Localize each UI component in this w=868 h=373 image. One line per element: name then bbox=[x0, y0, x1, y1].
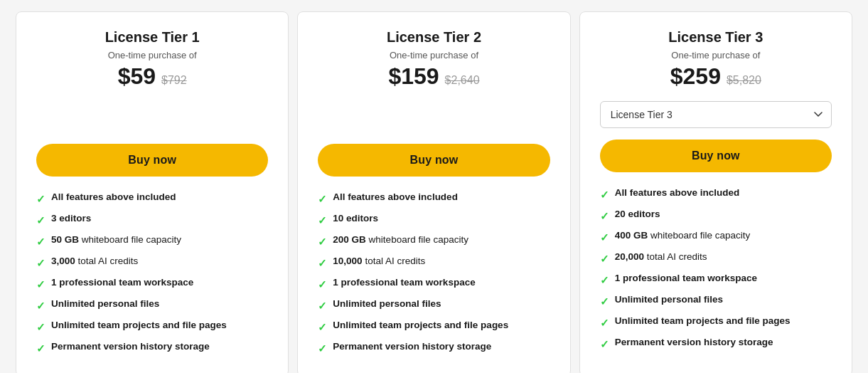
feature-text: 10 editors bbox=[333, 212, 378, 226]
check-icon: ✓ bbox=[36, 213, 45, 228]
feature-text: 10,000 total AI credits bbox=[333, 255, 425, 268]
feature-item: ✓Unlimited team projects and file pages bbox=[318, 319, 550, 335]
feature-item: ✓1 professional team workspace bbox=[36, 276, 268, 292]
check-icon: ✓ bbox=[600, 273, 609, 288]
price-current: $259 bbox=[670, 63, 721, 90]
one-time-label: One-time purchase of bbox=[318, 50, 550, 61]
check-icon: ✓ bbox=[36, 256, 45, 270]
tier-dropdown[interactable]: License Tier 3 bbox=[600, 101, 832, 128]
feature-item: ✓20,000 total AI credits bbox=[600, 251, 832, 266]
feature-text: 20 editors bbox=[615, 208, 660, 221]
tier-title: License Tier 1 bbox=[36, 29, 268, 46]
check-icon: ✓ bbox=[36, 341, 45, 356]
check-icon: ✓ bbox=[600, 294, 609, 309]
one-time-label: One-time purchase of bbox=[36, 50, 268, 61]
feature-item: ✓50 GB whiteboard file capacity bbox=[36, 233, 268, 249]
buy-now-button[interactable]: Buy now bbox=[36, 144, 268, 177]
feature-text: 200 GB whiteboard file capacity bbox=[333, 233, 468, 247]
feature-item: ✓200 GB whiteboard file capacity bbox=[318, 233, 550, 249]
price-current: $59 bbox=[118, 63, 156, 90]
feature-text: 3,000 total AI credits bbox=[51, 255, 138, 268]
feature-item: ✓400 GB whiteboard file capacity bbox=[600, 229, 832, 245]
feature-text: Unlimited team projects and file pages bbox=[51, 319, 227, 332]
features-list: ✓All features above included✓20 editors✓… bbox=[600, 186, 832, 352]
feature-text: Unlimited personal files bbox=[333, 298, 441, 311]
check-icon: ✓ bbox=[36, 277, 45, 292]
buy-now-button[interactable]: Buy now bbox=[318, 144, 550, 177]
tier-title: License Tier 2 bbox=[318, 29, 550, 46]
feature-item: ✓All features above included bbox=[318, 191, 550, 206]
buy-now-button[interactable]: Buy now bbox=[600, 140, 832, 172]
feature-text: Unlimited team projects and file pages bbox=[615, 315, 791, 328]
check-icon: ✓ bbox=[318, 234, 327, 249]
feature-item: ✓10 editors bbox=[318, 212, 550, 228]
feature-text: 1 professional team workspace bbox=[615, 272, 757, 285]
check-icon: ✓ bbox=[600, 251, 609, 266]
features-list: ✓All features above included✓10 editors✓… bbox=[318, 191, 550, 356]
check-icon: ✓ bbox=[600, 187, 609, 202]
feature-text: All features above included bbox=[51, 191, 176, 204]
price-row: $59$792 bbox=[36, 63, 268, 90]
feature-item: ✓10,000 total AI credits bbox=[318, 255, 550, 270]
check-icon: ✓ bbox=[318, 320, 327, 335]
check-icon: ✓ bbox=[600, 230, 609, 245]
feature-item: ✓Unlimited personal files bbox=[36, 298, 268, 313]
feature-item: ✓3,000 total AI credits bbox=[36, 255, 268, 270]
feature-item: ✓Permanent version history storage bbox=[600, 336, 832, 352]
feature-item: ✓3 editors bbox=[36, 212, 268, 228]
feature-text: 20,000 total AI credits bbox=[615, 251, 707, 264]
tier-title: License Tier 3 bbox=[600, 29, 832, 46]
check-icon: ✓ bbox=[36, 298, 45, 313]
feature-text: All features above included bbox=[333, 191, 458, 204]
price-original: $792 bbox=[161, 74, 187, 87]
feature-text: Unlimited personal files bbox=[51, 298, 159, 311]
feature-item: ✓All features above included bbox=[600, 186, 832, 202]
check-icon: ✓ bbox=[600, 315, 609, 330]
feature-text: 400 GB whiteboard file capacity bbox=[615, 229, 751, 243]
check-icon: ✓ bbox=[318, 341, 327, 356]
check-icon: ✓ bbox=[318, 298, 327, 313]
check-icon: ✓ bbox=[318, 277, 327, 292]
tier-card-2: License Tier 2One-time purchase of$159$2… bbox=[297, 11, 570, 373]
feature-item: ✓Permanent version history storage bbox=[318, 340, 550, 356]
feature-text: All features above included bbox=[615, 186, 740, 200]
feature-item: ✓20 editors bbox=[600, 208, 832, 224]
price-original: $2,640 bbox=[445, 74, 480, 87]
feature-item: ✓Unlimited personal files bbox=[600, 293, 832, 309]
pricing-grid: License Tier 1One-time purchase of$59$79… bbox=[11, 11, 857, 373]
feature-item: ✓Unlimited personal files bbox=[318, 298, 550, 313]
feature-item: ✓Unlimited team projects and file pages bbox=[600, 315, 832, 330]
check-icon: ✓ bbox=[600, 337, 609, 352]
price-row: $259$5,820 bbox=[600, 63, 832, 90]
price-current: $159 bbox=[388, 63, 439, 90]
feature-text: Permanent version history storage bbox=[333, 340, 491, 354]
check-icon: ✓ bbox=[36, 320, 45, 335]
feature-text: 3 editors bbox=[51, 212, 91, 226]
check-icon: ✓ bbox=[318, 213, 327, 228]
feature-item: ✓Permanent version history storage bbox=[36, 340, 268, 356]
feature-item: ✓1 professional team workspace bbox=[600, 272, 832, 288]
check-icon: ✓ bbox=[318, 191, 327, 206]
tier-card-1: License Tier 1One-time purchase of$59$79… bbox=[16, 11, 289, 373]
feature-text: Permanent version history storage bbox=[615, 336, 773, 350]
feature-text: 1 professional team workspace bbox=[333, 276, 475, 290]
feature-item: ✓All features above included bbox=[36, 191, 268, 206]
one-time-label: One-time purchase of bbox=[600, 50, 832, 61]
feature-text: Unlimited personal files bbox=[615, 293, 723, 307]
tier-header: License Tier 3One-time purchase of$259$5… bbox=[600, 29, 832, 93]
price-row: $159$2,640 bbox=[318, 63, 550, 90]
feature-item: ✓Unlimited team projects and file pages bbox=[36, 319, 268, 335]
tier-header: License Tier 1One-time purchase of$59$79… bbox=[36, 29, 268, 93]
features-list: ✓All features above included✓3 editors✓5… bbox=[36, 191, 268, 356]
check-icon: ✓ bbox=[600, 209, 609, 224]
feature-text: Permanent version history storage bbox=[51, 340, 210, 354]
feature-text: Unlimited team projects and file pages bbox=[333, 319, 508, 332]
feature-item: ✓1 professional team workspace bbox=[318, 276, 550, 292]
check-icon: ✓ bbox=[36, 191, 45, 206]
feature-text: 1 professional team workspace bbox=[51, 276, 193, 290]
feature-text: 50 GB whiteboard file capacity bbox=[51, 233, 181, 247]
price-original: $5,820 bbox=[727, 74, 761, 87]
tier-card-3: License Tier 3One-time purchase of$259$5… bbox=[579, 11, 852, 373]
tier-header: License Tier 2One-time purchase of$159$2… bbox=[318, 29, 550, 93]
check-icon: ✓ bbox=[36, 234, 45, 249]
